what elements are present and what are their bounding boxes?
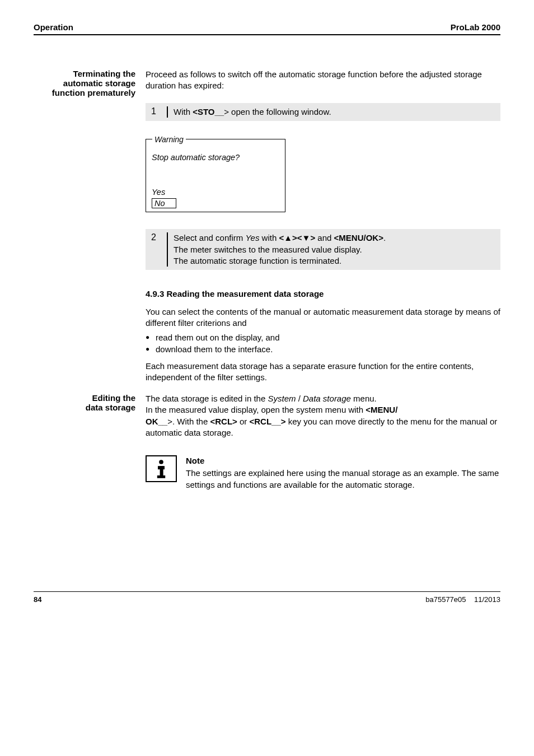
step-2: 2 Select and confirm Yes with <▲><▼> and… bbox=[146, 229, 500, 270]
note-heading: Note bbox=[186, 455, 500, 466]
l1-ds: Data storage bbox=[303, 394, 351, 403]
editing-paragraph: The data storage is edited in the System… bbox=[146, 393, 500, 438]
l2-pre: In the measured value display, open the … bbox=[146, 405, 366, 414]
intro-paragraph: Proceed as follows to switch off the aut… bbox=[146, 69, 500, 92]
s2-end: . bbox=[383, 233, 386, 242]
s2-yes: Yes bbox=[245, 233, 259, 242]
l3-or: or bbox=[237, 417, 250, 426]
step-1-text: With <STO__> open the following window. bbox=[174, 106, 495, 118]
step-1-number: 1 bbox=[151, 106, 167, 118]
section-heading-493: 4.9.3 Reading the measurement data stora… bbox=[146, 289, 500, 298]
note-body: The settings are explained here using th… bbox=[186, 468, 500, 491]
side-heading-editing: Editing the data storage bbox=[34, 393, 146, 412]
note-block: Note The settings are explained here usi… bbox=[146, 455, 500, 491]
l3-ok: OK__ bbox=[146, 417, 167, 426]
l1-sys: System bbox=[268, 394, 296, 403]
svg-rect-2 bbox=[160, 466, 163, 475]
s2-key2: <MENU/OK> bbox=[334, 233, 383, 242]
header-rule bbox=[34, 34, 500, 35]
step1-key: <STO__ bbox=[193, 107, 224, 116]
footer-page: 84 bbox=[34, 595, 41, 604]
bullet-2: download them to the interface. bbox=[146, 344, 500, 354]
l3-a: >. With the bbox=[167, 417, 210, 426]
step-1: 1 With <STO__> open the following window… bbox=[146, 103, 500, 121]
l1-sep: / bbox=[296, 394, 303, 403]
note-text: Note The settings are explained here usi… bbox=[186, 455, 500, 491]
s2-mid: with bbox=[259, 233, 279, 242]
sect2-p2: Each measurement data storage has a sepa… bbox=[146, 361, 500, 384]
warning-yes: Yes bbox=[152, 188, 279, 197]
side-heading-terminating: Terminating the automatic storage functi… bbox=[34, 69, 146, 97]
warning-no: No bbox=[152, 198, 176, 208]
step1-post: > open the following window. bbox=[224, 107, 331, 116]
s2-key1: <▲><▼> bbox=[279, 233, 315, 242]
warning-box: Warning Stop automatic storage? Yes No bbox=[146, 129, 500, 212]
step1-pre: With bbox=[174, 107, 193, 116]
footer: 84 ba75577e05 11/2013 bbox=[34, 591, 500, 604]
step-2-number: 2 bbox=[151, 232, 167, 267]
header-right: ProLab 2000 bbox=[451, 22, 500, 32]
l1-pre: The data storage is edited in the bbox=[146, 394, 268, 403]
header-left: Operation bbox=[34, 22, 73, 32]
step-divider bbox=[167, 106, 168, 118]
l3-rcl2: <RCL__> bbox=[250, 417, 286, 426]
s2-line2: The meter switches to the measured value… bbox=[174, 245, 362, 254]
sect2-p1: You can select the contents of the manua… bbox=[146, 306, 500, 329]
bullet-list: read them out on the display, and downlo… bbox=[146, 333, 500, 354]
step-divider bbox=[167, 232, 168, 267]
bullet-1: read them out on the display, and bbox=[146, 333, 500, 342]
info-icon bbox=[146, 455, 177, 482]
step-2-text: Select and confirm Yes with <▲><▼> and <… bbox=[174, 232, 495, 267]
l1-post: menu. bbox=[351, 394, 377, 403]
warning-question: Stop automatic storage? bbox=[152, 153, 279, 162]
s2-pre: Select and confirm bbox=[174, 233, 245, 242]
s2-line3: The automatic storage function is termin… bbox=[174, 256, 341, 265]
l2-menu: <MENU/ bbox=[366, 405, 397, 414]
svg-point-0 bbox=[159, 460, 163, 464]
warning-label: Warning bbox=[152, 135, 186, 144]
footer-date: 11/2013 bbox=[474, 595, 500, 604]
l3-rcl1: <RCL> bbox=[210, 417, 237, 426]
svg-rect-3 bbox=[157, 475, 165, 478]
footer-doc: ba75577e05 bbox=[425, 595, 466, 604]
s2-and: and bbox=[315, 233, 334, 242]
